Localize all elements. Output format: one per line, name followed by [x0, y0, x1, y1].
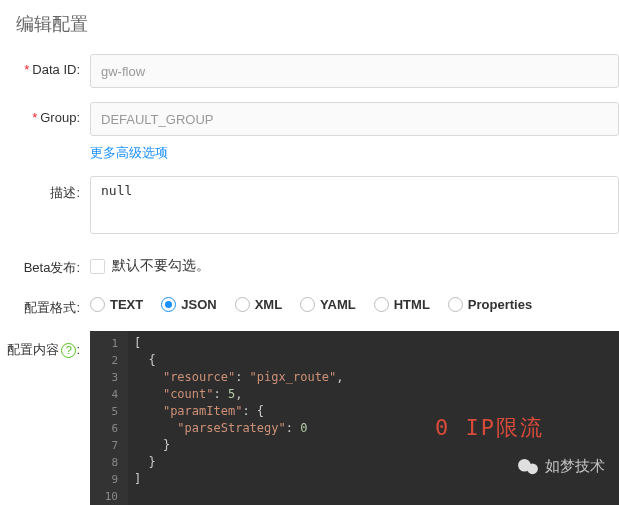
- input-group[interactable]: [90, 102, 619, 136]
- label-group: *Group:: [0, 102, 90, 125]
- radio-html[interactable]: HTML: [374, 297, 430, 312]
- wechat-icon: [517, 458, 539, 476]
- code-content[interactable]: [ { "resource": "pigx_route", "count": 5…: [128, 331, 350, 505]
- code-editor[interactable]: 12345678910 [ { "resource": "pigx_route"…: [90, 331, 619, 505]
- radio-group-format: TEXT JSON XML YAML HTML Properties: [90, 291, 619, 312]
- radio-text[interactable]: TEXT: [90, 297, 143, 312]
- label-beta: Beta发布:: [0, 251, 90, 277]
- svg-point-1: [527, 463, 538, 474]
- label-format: 配置格式:: [0, 291, 90, 317]
- textarea-desc[interactable]: null: [90, 176, 619, 234]
- radio-properties[interactable]: Properties: [448, 297, 532, 312]
- label-desc: 描述:: [0, 176, 90, 202]
- more-options-link[interactable]: 更多高级选项: [90, 144, 168, 162]
- annotation-overlay: 0 IP限流: [435, 413, 544, 443]
- input-data-id[interactable]: [90, 54, 619, 88]
- line-gutter: 12345678910: [90, 331, 128, 505]
- page-title: 编辑配置: [0, 0, 619, 54]
- radio-yaml[interactable]: YAML: [300, 297, 356, 312]
- label-content: 配置内容?:: [0, 331, 90, 359]
- label-data-id: *Data ID:: [0, 54, 90, 77]
- radio-xml[interactable]: XML: [235, 297, 282, 312]
- radio-json[interactable]: JSON: [161, 297, 216, 312]
- watermark: 如梦技术: [517, 457, 605, 476]
- help-icon[interactable]: ?: [61, 343, 76, 358]
- beta-hint: 默认不要勾选。: [112, 257, 210, 275]
- checkbox-beta[interactable]: [90, 259, 105, 274]
